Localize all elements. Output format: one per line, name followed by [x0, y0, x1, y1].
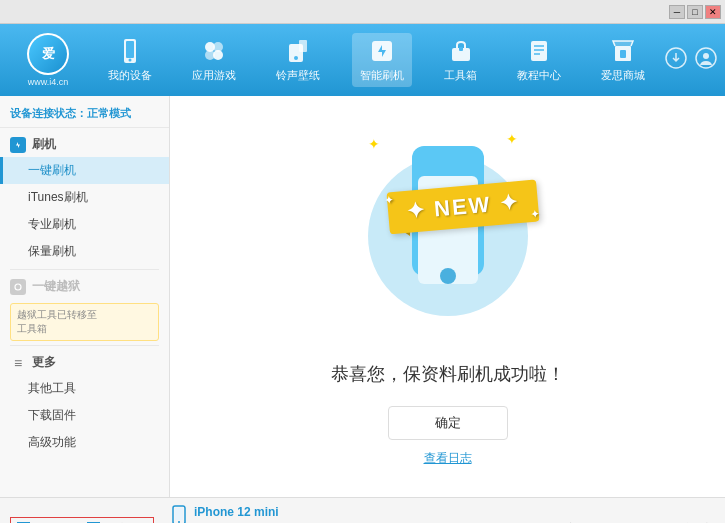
user-action-btn[interactable] — [695, 47, 717, 74]
nav-items: 我的设备 应用游戏 铃声壁纸 — [88, 33, 665, 87]
flash-section-icon — [10, 137, 26, 153]
content-area: ✦ NEW ✦ ✦ ✦ 恭喜您，保资料刷机成功啦！ 确定 查看日志 — [170, 96, 725, 497]
device-phone-icon — [172, 505, 186, 523]
apps-games-icon — [200, 37, 228, 65]
svg-point-21 — [703, 53, 709, 59]
logo-icon: 爱 — [27, 33, 69, 75]
title-bar: ─ □ ✕ — [0, 0, 725, 24]
device-details: iPhone 12 mini 64GB Down-12mini-13,1 — [194, 503, 283, 523]
nav-item-toolbox[interactable]: 工具箱 — [436, 33, 485, 87]
sidebar-item-advanced[interactable]: 高级功能 — [0, 429, 169, 456]
success-text: 恭喜您，保资料刷机成功啦！ — [331, 362, 565, 386]
phone-home-btn — [440, 268, 456, 284]
download-firmware-label: 下载固件 — [28, 408, 76, 422]
sparkle-1: ✦ — [368, 136, 380, 152]
bottom-top-row: ✓ 自动检测 ✓ 跳过向导 iPhone 12 mini 64GB Down-1… — [0, 498, 725, 523]
jailbreak-section-label: 一键越狱 — [32, 278, 80, 295]
new-ribbon-text: ✦ NEW ✦ — [386, 180, 539, 235]
other-tools-label: 其他工具 — [28, 381, 76, 395]
svg-rect-1 — [126, 41, 134, 58]
svg-rect-26 — [175, 508, 183, 520]
svg-rect-12 — [459, 47, 463, 51]
svg-rect-18 — [620, 50, 626, 58]
nav-label-ringtones: 铃声壁纸 — [276, 68, 320, 83]
sidebar-divider-1 — [10, 269, 159, 270]
svg-point-2 — [129, 59, 132, 62]
sparkle-2: ✦ — [506, 131, 518, 147]
nav-item-tutorials[interactable]: 教程中心 — [509, 33, 569, 87]
jailbreak-notice: 越狱工具已转移至 工具箱 — [10, 303, 159, 341]
logo-subtitle: www.i4.cn — [28, 77, 69, 87]
download-action-btn[interactable] — [665, 47, 687, 74]
sidebar-section-flash: 刷机 — [0, 132, 169, 157]
status-label: 设备连接状态： — [10, 107, 87, 119]
pro-flash-label: 专业刷机 — [28, 217, 76, 231]
ringtones-icon — [284, 37, 312, 65]
nav-label-apps-games: 应用游戏 — [192, 68, 236, 83]
svg-rect-13 — [531, 41, 547, 61]
sidebar-section-more: ≡ 更多 — [0, 350, 169, 375]
checkbox-group: ✓ 自动检测 ✓ 跳过向导 — [10, 517, 154, 523]
minimize-btn[interactable]: ─ — [669, 5, 685, 19]
tutorials-icon — [525, 37, 553, 65]
maximize-btn[interactable]: □ — [687, 5, 703, 19]
new-badge: ✦ NEW ✦ — [388, 186, 538, 236]
sidebar-item-other-tools[interactable]: 其他工具 — [0, 375, 169, 402]
nav-label-my-device: 我的设备 — [108, 68, 152, 83]
nav-label-tutorials: 教程中心 — [517, 68, 561, 83]
more-section-icon: ≡ — [10, 355, 26, 371]
more-section-label: 更多 — [32, 354, 56, 371]
smart-flash-icon — [368, 37, 396, 65]
sidebar-item-save-flash[interactable]: 保量刷机 — [0, 238, 169, 265]
sidebar-section-jailbreak: 一键越狱 — [0, 274, 169, 299]
toolbox-icon — [447, 37, 475, 65]
nav-actions — [665, 47, 717, 74]
nav-label-smart-flash: 智能刷机 — [360, 68, 404, 83]
itunes-flash-label: iTunes刷机 — [28, 190, 88, 204]
svg-point-9 — [294, 56, 298, 60]
nav-item-my-device[interactable]: 我的设备 — [100, 33, 160, 87]
nav-item-ringtones[interactable]: 铃声壁纸 — [268, 33, 328, 87]
main-area: 设备连接状态：正常模式 刷机 一键刷机 iTunes刷机 专业刷机 保量刷机 一 — [0, 96, 725, 497]
device-name: iPhone 12 mini — [194, 503, 283, 521]
flash-section-label: 刷机 — [32, 136, 56, 153]
status-value: 正常模式 — [87, 107, 131, 119]
confirm-button[interactable]: 确定 — [388, 406, 508, 440]
advanced-label: 高级功能 — [28, 435, 76, 449]
nav-item-apps-games[interactable]: 应用游戏 — [184, 33, 244, 87]
nav-label-toolbox: 工具箱 — [444, 68, 477, 83]
save-flash-label: 保量刷机 — [28, 244, 76, 258]
device-panel: iPhone 12 mini 64GB Down-12mini-13,1 — [162, 503, 500, 523]
nav-bar: 爱 www.i4.cn 我的设备 — [0, 24, 725, 96]
close-btn[interactable]: ✕ — [705, 5, 721, 19]
success-illustration: ✦ NEW ✦ ✦ ✦ — [348, 126, 548, 346]
one-click-flash-label: 一键刷机 — [28, 163, 76, 177]
sidebar-item-download-firmware[interactable]: 下载固件 — [0, 402, 169, 429]
sidebar-item-itunes-flash[interactable]: iTunes刷机 — [0, 184, 169, 211]
logo-circle: 爱 — [29, 35, 67, 73]
jailbreak-notice-text: 越狱工具已转移至 工具箱 — [17, 309, 97, 334]
my-device-icon — [116, 37, 144, 65]
svg-rect-8 — [299, 40, 307, 52]
jailbreak-section-icon — [10, 279, 26, 295]
sidebar-divider-2 — [10, 345, 159, 346]
sidebar-item-one-click-flash[interactable]: 一键刷机 — [0, 157, 169, 184]
bottom-area: ✓ 自动检测 ✓ 跳过向导 iPhone 12 mini 64GB Down-1… — [0, 497, 725, 523]
svg-point-6 — [213, 50, 223, 60]
nav-label-mall: 爱思商城 — [601, 68, 645, 83]
sidebar-item-pro-flash[interactable]: 专业刷机 — [0, 211, 169, 238]
sidebar: 设备连接状态：正常模式 刷机 一键刷机 iTunes刷机 专业刷机 保量刷机 一 — [0, 96, 170, 497]
mall-icon — [609, 37, 637, 65]
nav-item-smart-flash[interactable]: 智能刷机 — [352, 33, 412, 87]
sidebar-status: 设备连接状态：正常模式 — [0, 102, 169, 128]
nav-item-mall[interactable]: 爱思商城 — [593, 33, 653, 87]
view-log-link[interactable]: 查看日志 — [424, 450, 472, 467]
logo: 爱 www.i4.cn — [8, 33, 88, 87]
